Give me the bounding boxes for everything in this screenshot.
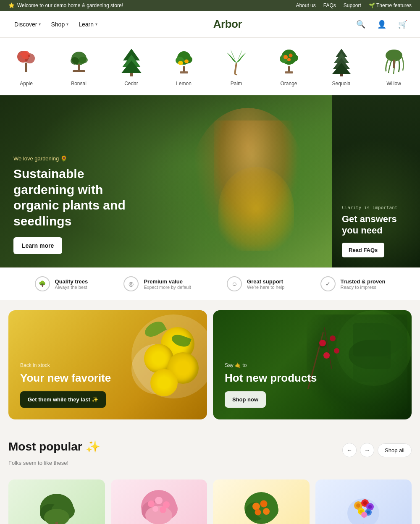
category-palm[interactable]: Palm [218,46,255,88]
svg-point-57 [263,508,270,515]
lemon-label: Lemon [176,81,192,86]
trust-quality-text: Quality trees Always the best [55,278,88,290]
shop-all-button[interactable]: Shop all [378,443,412,457]
chevron-down-icon: ▾ [66,22,68,26]
next-button[interactable]: → [360,443,374,457]
promo-green-content: Say 🤙 to Hot new products Shop now [225,362,317,408]
svg-point-64 [363,501,367,505]
products-grid [0,479,420,524]
hero-main: We love gardening 🌻 Sustainable gardenin… [0,95,332,267]
quality-icon: 🌳 [35,276,50,291]
category-sequoia[interactable]: Sequoia [323,46,360,88]
svg-point-49 [152,506,158,512]
trust-premium-text: Premium value Expect more by default [144,278,191,290]
promo-yellow-tag: Back in stock [20,362,111,368]
hero-side-title: Get answers you need [342,214,410,236]
nav-shop-label: Shop [51,21,65,28]
cart-icon[interactable]: 🛒 [396,17,410,31]
account-icon[interactable]: 👤 [375,17,389,31]
svg-point-46 [148,500,155,507]
svg-rect-41 [55,522,58,524]
hero-side-tag: Clarity is important [342,205,410,210]
trust-quality-title: Quality trees [55,278,88,285]
section-header-left: Most popular ✨ [8,440,100,453]
product-card-1[interactable] [8,479,105,524]
hero-learn-more-button[interactable]: Learn more [13,237,62,254]
trust-support-title: Great support [247,278,284,285]
nav-discover[interactable]: Discover ▾ [10,18,45,31]
about-us-link[interactable]: About us [296,3,315,8]
hero-title: Sustainable gardening with organic plant… [13,166,148,229]
chevron-down-icon: ▾ [39,22,41,26]
category-nav: Apple Bonsai Cedar [0,38,420,95]
svg-point-26 [289,54,292,58]
nav-learn-label: Learn [79,21,94,28]
section-header: Most popular ✨ ← → Shop all [8,440,412,457]
read-faqs-button[interactable]: Read FAQs [342,243,384,257]
trust-badges: 🌳 Quality trees Always the best ◎ Premiu… [0,267,420,300]
svg-rect-36 [393,60,395,68]
svg-point-55 [252,503,260,510]
trust-quality: 🌳 Quality trees Always the best [35,276,88,291]
willow-label: Willow [386,81,401,86]
prev-button[interactable]: ← [342,443,357,457]
nav-right: 🔍 👤 🛒 [354,17,410,31]
apple-label: Apple [20,81,33,86]
product-card-2[interactable] [111,479,207,524]
top-bar-links[interactable]: About us FAQs Support 🌱 Theme features [296,3,412,8]
product-image-3 [213,479,310,524]
cedar-tree-icon [117,48,146,77]
lemon-tree-icon [169,48,199,77]
nav-shop[interactable]: Shop ▾ [47,18,73,31]
promo-yellow-cta[interactable]: Get them while they last ✨ [20,391,106,408]
category-willow[interactable]: Willow [376,46,412,88]
promo-green-cta[interactable]: Shop now [225,391,266,408]
nav-center: Arbor [102,18,354,31]
hero-side: Clarity is important Get answers you nee… [332,95,420,267]
section-controls: ← → Shop all [342,443,412,457]
trust-premium-subtitle: Expect more by default [144,285,191,290]
theme-features-link[interactable]: 🌱 Theme features [369,3,412,8]
trust-support-subtitle: We're here to help [247,285,284,290]
svg-point-47 [155,497,163,504]
site-logo[interactable]: Arbor [213,18,242,31]
svg-point-58 [255,509,261,516]
welcome-text: Welcome to our demo home & gardening sto… [17,3,123,8]
product-card-3[interactable] [213,479,310,524]
category-bonsai[interactable]: Bonsai [61,46,97,88]
most-popular-section: Most popular ✨ ← → Shop all Folks seem t… [0,430,420,479]
top-bar: ⭐ Welcome to our demo home & gardening s… [0,0,420,11]
main-nav: Discover ▾ Shop ▾ Learn ▾ Arbor 🔍 👤 🛒 [0,11,420,38]
svg-rect-9 [78,64,80,71]
category-orange[interactable]: Orange [271,46,307,88]
top-bar-welcome: ⭐ Welcome to our demo home & gardening s… [8,3,123,8]
trust-trusted-title: Trusted & proven [341,278,386,285]
svg-point-25 [284,55,288,59]
category-lemon[interactable]: Lemon [166,46,202,88]
hero-side-content: Clarity is important Get answers you nee… [342,205,410,257]
cedar-label: Cedar [124,81,138,86]
promo-yellow-image [106,319,199,411]
support-icon: ☺ [227,276,242,291]
svg-point-4 [20,53,23,55]
category-cedar[interactable]: Cedar [113,46,150,88]
bonsai-tree-icon [64,48,94,77]
svg-rect-34 [340,74,343,76]
svg-rect-21 [180,71,188,73]
support-link[interactable]: Support [344,3,361,8]
svg-point-5 [28,55,30,57]
category-apple[interactable]: Apple [8,46,45,88]
faqs-link[interactable]: FAQs [323,3,336,8]
svg-rect-28 [288,66,290,71]
orange-label: Orange [280,81,297,86]
trust-trusted-subtitle: Ready to impress [341,285,386,290]
product-card-4[interactable] [315,479,412,524]
svg-point-56 [260,500,267,508]
promo-card-yellow: Back in stock Your new favorite Get them… [8,310,207,419]
hero-tag: We love gardening 🌻 [13,155,148,162]
trust-premium: ◎ Premium value Expect more by default [123,276,191,291]
nav-learn[interactable]: Learn ▾ [74,18,102,31]
bonsai-label: Bonsai [71,81,87,86]
search-icon[interactable]: 🔍 [354,17,368,31]
premium-icon: ◎ [123,276,139,291]
